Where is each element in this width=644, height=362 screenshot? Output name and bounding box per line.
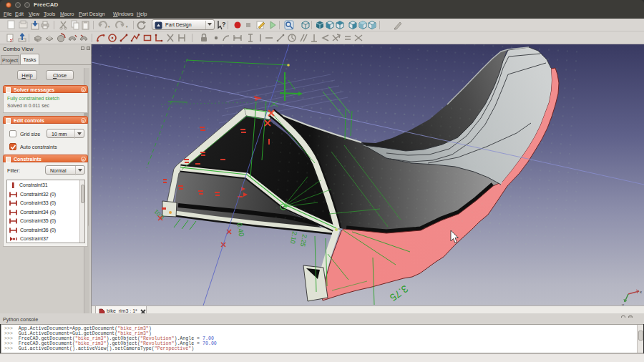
svg-text:x: x [640,290,642,294]
svg-text:?: ? [222,21,226,28]
